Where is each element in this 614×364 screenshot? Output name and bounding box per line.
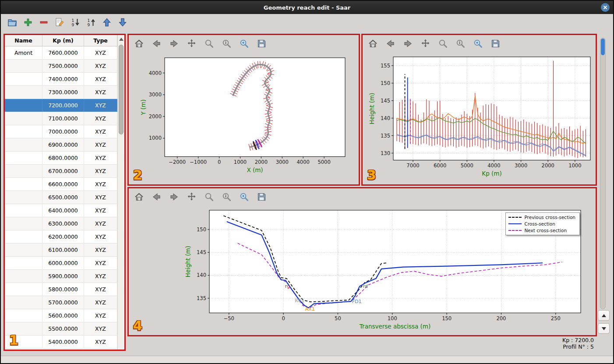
table-row[interactable]: 6600.0000XYZ	[5, 178, 117, 191]
zoom-select-icon	[221, 191, 232, 202]
mpl-back-button[interactable]	[151, 191, 162, 203]
plan-view-chart[interactable]: −2000−1000010002000300040005000100020003…	[129, 52, 359, 184]
add-profile-button[interactable]	[21, 15, 35, 29]
table-row[interactable]: 6200.0000XYZ	[5, 230, 117, 244]
table-row[interactable]: 6000.0000XYZ	[5, 257, 117, 270]
open-icon	[7, 17, 18, 28]
pan-icon	[186, 191, 197, 202]
mpl-zoom-select-button[interactable]	[455, 38, 466, 49]
cross-section-toolbar	[129, 188, 596, 205]
mpl-home-button[interactable]	[367, 38, 379, 49]
table-row[interactable]: 7300.0000XYZ	[5, 86, 117, 99]
table-cell: 6200.0000	[42, 230, 84, 243]
mpl-pan-button[interactable]	[186, 191, 198, 203]
table-row[interactable]: 7200.0000XYZ	[5, 99, 117, 112]
column-header-name[interactable]: Name	[5, 35, 42, 46]
remove-profile-button[interactable]	[37, 15, 51, 29]
column-header-type[interactable]: Type	[84, 35, 117, 46]
table-scrollbar[interactable]	[117, 35, 124, 350]
mpl-pan-button[interactable]	[420, 38, 431, 49]
profile-down-button[interactable]	[598, 323, 610, 334]
mpl-back-button[interactable]	[385, 38, 396, 49]
move-profile-up-button[interactable]	[100, 15, 114, 29]
mpl-zoom-rect-button[interactable]	[472, 38, 484, 49]
table-row[interactable]: 7100.0000XYZ	[5, 112, 117, 125]
mpl-zoom-select-button[interactable]	[221, 191, 233, 203]
sort-descending-button[interactable]: 1 9	[84, 15, 98, 29]
table-cell	[5, 138, 42, 151]
table-row[interactable]: 6700.0000XYZ	[5, 165, 117, 178]
move-profile-down-button[interactable]	[116, 15, 130, 29]
svg-text:9: 9	[72, 23, 74, 27]
table-row[interactable]: 7000.0000XYZ	[5, 125, 117, 138]
main-scrollbar-thumb[interactable]	[601, 39, 605, 55]
svg-text:1000: 1000	[149, 135, 162, 141]
mpl-zoom-button[interactable]	[203, 38, 215, 49]
mpl-back-button[interactable]	[151, 38, 162, 49]
sort-ascending-button[interactable]: 1 9	[68, 15, 82, 29]
table-row[interactable]: 6400.0000XYZ	[5, 204, 117, 217]
table-cell: 6900.0000	[42, 138, 84, 151]
table-row[interactable]: 6100.0000XYZ	[5, 244, 117, 257]
table-cell: 5400.0000	[42, 336, 84, 348]
table-row[interactable]: 5700.0000XYZ	[5, 296, 117, 309]
close-button[interactable]	[601, 3, 610, 12]
table-cell	[5, 60, 42, 72]
edit-profile-button[interactable]	[53, 15, 67, 29]
mpl-zoom-button[interactable]	[203, 191, 215, 203]
table-cell: 5700.0000	[42, 296, 84, 309]
table-cell: 7500.0000	[42, 60, 84, 72]
titlebar[interactable]: Geometry reach edit - Saar	[1, 1, 613, 14]
mpl-zoom-select-button[interactable]	[221, 38, 233, 49]
table-cell: XYZ	[84, 86, 117, 99]
legend-label: Previous cross-section	[524, 215, 575, 220]
svg-text:Y (m): Y (m)	[140, 99, 147, 116]
column-header-kp[interactable]: Kp (m)	[42, 35, 84, 46]
mpl-pan-button[interactable]	[186, 38, 198, 49]
table-row[interactable]: 5900.0000XYZ	[5, 270, 117, 283]
table-row[interactable]: 7400.0000XYZ	[5, 73, 117, 86]
profile-up-button[interactable]	[598, 310, 610, 321]
mpl-home-button[interactable]	[133, 191, 145, 203]
table-scrollbar-thumb[interactable]	[119, 45, 124, 134]
table-cell: XYZ	[84, 73, 117, 85]
table-row[interactable]: 6900.0000XYZ	[5, 138, 117, 152]
mpl-forward-button[interactable]	[168, 191, 180, 203]
table-row[interactable]: 5400.0000XYZ	[5, 336, 117, 349]
save-icon	[490, 38, 501, 49]
svg-text:2000: 2000	[149, 113, 162, 120]
svg-text:Kp (m): Kp (m)	[482, 170, 501, 177]
svg-text:7000: 7000	[406, 163, 419, 169]
table-row[interactable]: 6800.0000XYZ	[5, 152, 117, 165]
table-row[interactable]: 6500.0000XYZ	[5, 191, 117, 204]
table-row[interactable]: Amont7600.0000XYZ	[5, 46, 117, 60]
mpl-home-button[interactable]	[133, 38, 145, 49]
table-row[interactable]: 7500.0000XYZ	[5, 60, 117, 73]
mpl-zoom-rect-button[interactable]	[238, 38, 250, 49]
mpl-save-button[interactable]	[490, 38, 501, 49]
mpl-forward-button[interactable]	[168, 38, 180, 49]
svg-text:rd: rd	[363, 283, 368, 289]
table-row[interactable]: 5500.0000XYZ	[5, 322, 117, 336]
table-cell	[5, 257, 42, 269]
svg-text:1: 1	[72, 18, 74, 23]
scroll-up-icon[interactable]	[119, 38, 124, 41]
svg-text:140: 140	[197, 272, 206, 279]
mpl-save-button[interactable]	[256, 191, 268, 203]
longitudinal-chart[interactable]: 7000600050004000300020001000130135140145…	[363, 52, 596, 184]
mpl-save-button[interactable]	[256, 38, 268, 49]
main-scrollbar[interactable]	[600, 38, 606, 309]
svg-text:RG1: RG1	[295, 298, 304, 303]
table-cell: XYZ	[84, 178, 117, 191]
mpl-zoom-button[interactable]	[437, 38, 449, 49]
mpl-zoom-rect-button[interactable]	[238, 191, 250, 203]
mpl-forward-button[interactable]	[402, 38, 414, 49]
table-cell: 6500.0000	[42, 191, 84, 204]
open-button[interactable]	[5, 15, 19, 29]
table-cell: 6300.0000	[42, 217, 84, 230]
svg-text:155: 155	[381, 63, 390, 69]
table-cell	[5, 230, 42, 243]
table-row[interactable]: 6300.0000XYZ	[5, 217, 117, 230]
table-row[interactable]: 5600.0000XYZ	[5, 309, 117, 322]
table-row[interactable]: 5800.0000XYZ	[5, 283, 117, 296]
